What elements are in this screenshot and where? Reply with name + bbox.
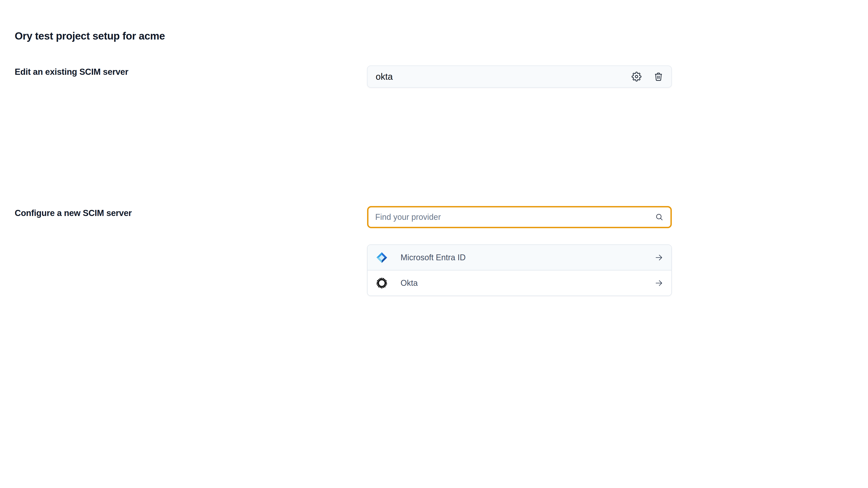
okta-logo [376,277,388,289]
provider-name: Okta [401,278,418,288]
page-title: Ory test project setup for acme [15,30,165,42]
search-icon [655,213,664,221]
gear-icon [631,72,642,82]
scim-server-name: okta [376,72,393,82]
provider-row-okta[interactable]: Okta [368,270,671,295]
provider-search-container [367,206,672,228]
microsoft-entra-id-logo [376,252,388,264]
provider-name: Microsoft Entra ID [401,253,466,262]
provider-list: Microsoft Entra ID [367,245,672,296]
configure-scim-section-label: Configure a new SCIM server [15,208,132,218]
scim-setup-page: Ory test project setup for acme Edit an … [0,0,868,488]
server-delete-button[interactable] [654,72,663,81]
trash-icon [654,72,663,81]
arrow-right-icon [655,253,663,262]
arrow-right-icon [655,279,663,287]
server-settings-button[interactable] [631,72,642,82]
provider-search-input[interactable] [375,213,655,222]
existing-scim-server-row: okta [367,66,672,88]
provider-row-microsoft-entra-id[interactable]: Microsoft Entra ID [368,245,671,270]
edit-scim-section-label: Edit an existing SCIM server [15,67,128,77]
